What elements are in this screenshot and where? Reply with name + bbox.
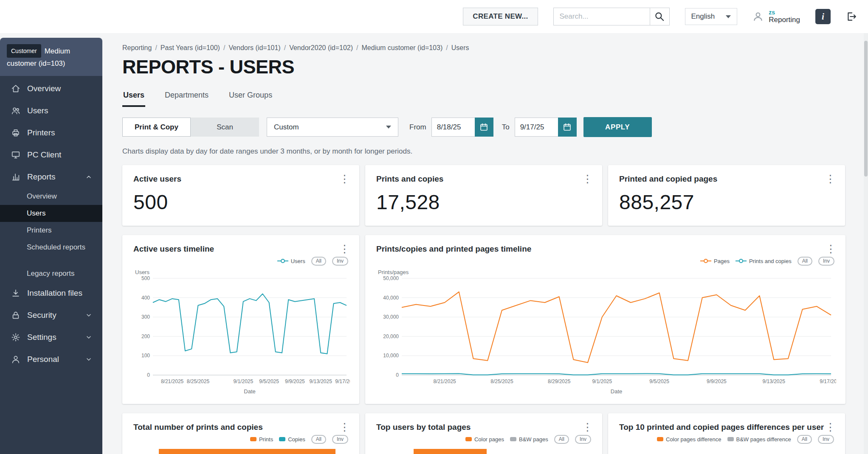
legend-toggle-all[interactable]: All (554, 435, 569, 444)
app-root: CREATE NEW... English zs Reporting i (0, 0, 868, 454)
svg-text:Prints/pages: Prints/pages (378, 269, 409, 275)
legend-toggle-inv[interactable]: Inv (818, 257, 834, 266)
sidebar-subitem-reports-printers[interactable]: Printers (0, 222, 102, 239)
legend-item[interactable]: Pages (700, 258, 730, 264)
tab-users[interactable]: Users (122, 88, 145, 107)
sidebar-item-security[interactable]: Security (0, 304, 102, 326)
search-input[interactable] (553, 8, 650, 25)
sidebar-subitem-reports-overview[interactable]: Overview (0, 188, 102, 205)
search-icon (654, 11, 665, 22)
sidebar-subitem-legacy-reports[interactable]: Legacy reports (0, 265, 102, 282)
legend-item[interactable]: B&W pages difference (727, 436, 791, 443)
mode-scan-button[interactable]: Scan (191, 118, 259, 137)
sidebar-item-overview[interactable]: Overview (0, 78, 102, 100)
card-title: Printed and copied pages (619, 174, 834, 184)
legend-item[interactable]: B&W pages (510, 436, 548, 443)
calendar-icon (479, 123, 488, 132)
kebab-menu-button[interactable]: ⋮ (579, 420, 596, 434)
sidebar-item-label: Security (27, 311, 56, 320)
kebab-menu-button[interactable]: ⋮ (579, 172, 596, 186)
legend-toggle-inv[interactable]: Inv (332, 435, 348, 444)
legend-label: Users (291, 258, 305, 264)
date-range-value: Custom (274, 123, 299, 132)
info-button[interactable]: i (815, 9, 831, 24)
mode-print-copy-button[interactable]: Print & Copy (122, 118, 191, 137)
bar-chart-area (133, 446, 348, 454)
user-menu[interactable]: zs Reporting (752, 9, 800, 24)
chevron-down-icon (386, 126, 391, 129)
legend-item[interactable]: Color pages difference (657, 436, 721, 443)
language-select[interactable]: English (685, 8, 738, 25)
logout-button[interactable] (846, 11, 857, 22)
customer-badge: Customer (7, 44, 41, 58)
home-icon (11, 84, 20, 93)
legend-toggle-all[interactable]: All (798, 257, 812, 266)
customer-header: CustomerMedium customer (id=103) (0, 38, 102, 76)
sidebar-item-personal[interactable]: Personal (0, 348, 102, 370)
sidebar-item-users[interactable]: Users (0, 100, 102, 122)
breadcrumb-item[interactable]: Past Years (id=100) (161, 44, 229, 51)
topbar: CREATE NEW... English zs Reporting i (0, 0, 868, 33)
to-date-input[interactable] (515, 118, 558, 137)
tab-departments[interactable]: Departments (164, 88, 209, 107)
svg-text:9/5/2025: 9/5/2025 (259, 378, 279, 384)
date-range-select[interactable]: Custom (267, 118, 398, 137)
bottom-charts-row: Total number of prints and copies ⋮ Prin… (122, 413, 846, 454)
legend-item[interactable]: Prints (250, 436, 273, 443)
breadcrumb-item[interactable]: Vendor2020 (id=102) (289, 44, 361, 51)
legend-item[interactable]: Prints and copies (736, 258, 792, 264)
svg-text:8/29/2025: 8/29/2025 (548, 378, 571, 384)
breadcrumb-item[interactable]: Vendors (id=101) (228, 44, 289, 51)
sidebar-item-pc-client[interactable]: PC Client (0, 144, 102, 166)
to-label: To (502, 123, 510, 132)
stat-value: 500 (133, 191, 348, 214)
calendar-icon (563, 123, 572, 132)
sidebar-item-settings[interactable]: Settings (0, 326, 102, 348)
tab-user-groups[interactable]: User Groups (228, 88, 273, 107)
legend-toggle-inv[interactable]: Inv (332, 257, 348, 266)
legend-toggle-all[interactable]: All (311, 257, 326, 266)
create-new-button[interactable]: CREATE NEW... (463, 8, 538, 25)
apply-button[interactable]: APPLY (583, 117, 652, 137)
sidebar-subitem-label: Overview (27, 192, 57, 201)
kebab-menu-button[interactable]: ⋮ (336, 242, 353, 256)
stat-card-prints-copies: Prints and copies ⋮ 17,528 (365, 165, 602, 226)
legend-toggle-inv[interactable]: Inv (818, 435, 834, 444)
legend-toggle-inv[interactable]: Inv (575, 435, 591, 444)
legend-toggle-all[interactable]: All (311, 435, 326, 444)
search-button[interactable] (650, 8, 670, 25)
chart-card-top-users-total-pages: Top users by total pages ⋮ Color pagesB&… (365, 413, 602, 454)
legend-swatch-icon (465, 437, 472, 441)
legend-label: B&W pages difference (736, 436, 791, 443)
stat-cards-row: Active users ⋮ 500 Prints and copies ⋮ 1… (122, 165, 846, 226)
sidebar-item-printers[interactable]: Printers (0, 122, 102, 144)
from-label: From (409, 123, 426, 132)
sidebar-item-installation-files[interactable]: Installation files (0, 282, 102, 304)
legend-swatch-icon (727, 437, 734, 441)
sidebar-item-reports[interactable]: Reports (0, 166, 102, 188)
kebab-menu-button[interactable]: ⋮ (336, 172, 353, 186)
sidebar-subitem-reports-users[interactable]: Users (0, 205, 102, 222)
legend-toggle-all[interactable]: All (797, 435, 812, 444)
legend-item[interactable]: Users (277, 258, 305, 264)
from-date-input[interactable] (431, 118, 475, 137)
bar-segment (159, 449, 335, 454)
svg-text:40,000: 40,000 (383, 295, 399, 301)
breadcrumb-item[interactable]: Medium customer (id=103) (362, 44, 451, 51)
svg-text:9/17/2025: 9/17/2025 (820, 378, 836, 384)
kebab-menu-button[interactable]: ⋮ (822, 242, 840, 256)
stat-value: 17,528 (376, 191, 591, 214)
kebab-menu-button[interactable]: ⋮ (336, 420, 353, 434)
scrollbar-thumb[interactable] (864, 41, 868, 177)
kebab-menu-button[interactable]: ⋮ (822, 172, 839, 186)
legend-item[interactable]: Color pages (465, 436, 504, 443)
sidebar-subitem-scheduled-reports[interactable]: Scheduled reports (0, 239, 102, 256)
from-calendar-button[interactable] (475, 118, 493, 137)
legend-item[interactable]: Copies (279, 436, 305, 443)
to-calendar-button[interactable] (558, 118, 577, 137)
svg-text:200: 200 (141, 333, 150, 339)
window-scrollbar[interactable] (864, 33, 868, 454)
breadcrumb-item[interactable]: Reporting (122, 44, 161, 51)
tab-bar: Users Departments User Groups (122, 88, 846, 107)
kebab-menu-button[interactable]: ⋮ (822, 420, 839, 434)
